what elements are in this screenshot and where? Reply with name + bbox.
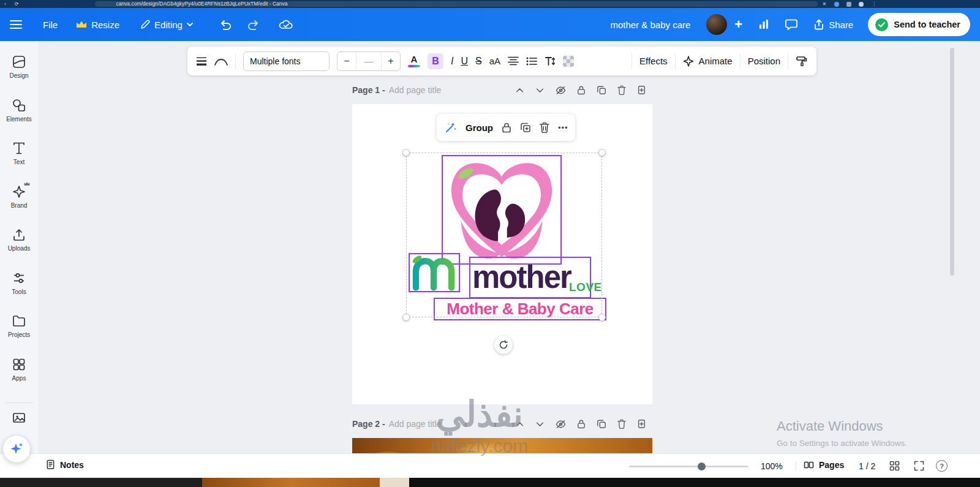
- resize-handle-top-left[interactable]: [402, 149, 410, 156]
- resize-handle-bottom-right[interactable]: [598, 314, 606, 321]
- bullet-list-icon[interactable]: [526, 57, 537, 66]
- avatar[interactable]: [706, 14, 727, 35]
- redo-button[interactable]: [247, 19, 260, 30]
- page1-delete-icon[interactable]: [617, 85, 626, 95]
- browser-bookmark-icon[interactable]: [846, 2, 851, 7]
- text-align-icon[interactable]: [508, 56, 519, 66]
- copy-style-button[interactable]: [796, 56, 808, 67]
- animate-button[interactable]: Animate: [683, 56, 733, 67]
- strikethrough-button[interactable]: S: [475, 56, 482, 67]
- page2-hide-icon[interactable]: [556, 420, 566, 429]
- page2-header: Page 2 - Add page title: [352, 417, 646, 431]
- editing-mode-dropdown[interactable]: Editing: [140, 20, 193, 30]
- comments-button[interactable]: [785, 19, 797, 30]
- sidebar-item-apps[interactable]: Apps: [0, 357, 38, 382]
- underline-button[interactable]: U: [461, 56, 468, 67]
- page2-title-input[interactable]: Add page title: [389, 419, 442, 429]
- sidebar-item-photos[interactable]: [0, 410, 38, 425]
- vertical-text-icon[interactable]: [545, 56, 556, 66]
- resize-handle-bottom-left[interactable]: [402, 314, 410, 321]
- more-options-button[interactable]: •••: [558, 123, 568, 132]
- browser-profile-avatar[interactable]: [859, 2, 864, 7]
- page1-move-up-icon[interactable]: [515, 86, 524, 95]
- magic-assistant-button[interactable]: [3, 436, 30, 462]
- position-button[interactable]: Position: [748, 56, 780, 66]
- canvas-scrollbar[interactable]: [950, 48, 954, 276]
- help-button[interactable]: ?: [936, 460, 948, 472]
- logo-love-text[interactable]: LOVE: [569, 281, 602, 294]
- italic-button[interactable]: I: [451, 56, 453, 67]
- line-curve-icon[interactable]: [214, 56, 228, 66]
- browser-refresh-icon[interactable]: ⟳: [15, 0, 19, 8]
- font-size-increase-button[interactable]: +: [382, 52, 400, 70]
- logo-heart-image[interactable]: [442, 155, 562, 265]
- pages-button[interactable]: Pages: [804, 460, 844, 470]
- app-header: File Resize Editing mother & baby care +: [0, 8, 980, 41]
- browser-close-tab-icon[interactable]: ✕: [822, 0, 826, 8]
- tools-icon: [12, 271, 26, 285]
- page2-duplicate-icon[interactable]: [597, 419, 606, 429]
- sidebar-item-uploads[interactable]: Uploads: [0, 227, 38, 252]
- group-button[interactable]: Group: [466, 123, 493, 133]
- resize-handle-top-right[interactable]: [598, 149, 606, 156]
- logo-tagline-text[interactable]: Mother & Baby Care: [434, 298, 606, 320]
- sidebar-item-elements[interactable]: Elements: [0, 98, 38, 123]
- page1-hide-icon[interactable]: [556, 86, 566, 95]
- stroke-weight-icon[interactable]: [196, 56, 207, 66]
- magic-edit-button[interactable]: [445, 121, 457, 134]
- font-size-decrease-button[interactable]: −: [337, 52, 356, 70]
- page2-move-down-icon[interactable]: [535, 420, 545, 429]
- zoom-slider-handle[interactable]: [698, 462, 706, 470]
- zoom-slider[interactable]: [629, 466, 748, 467]
- page1-title-input[interactable]: Add page title: [389, 85, 442, 95]
- grid-view-button[interactable]: [889, 461, 900, 471]
- text-color-button[interactable]: A: [408, 55, 420, 67]
- file-menu[interactable]: File: [43, 20, 58, 30]
- sidebar-item-projects[interactable]: Projects: [0, 314, 38, 338]
- undo-button[interactable]: [219, 19, 232, 30]
- page2-move-up-icon[interactable]: [515, 420, 524, 429]
- font-family-dropdown[interactable]: Multiple fonts: [243, 51, 330, 71]
- share-button[interactable]: Share: [813, 19, 853, 30]
- bold-button[interactable]: B: [428, 53, 443, 69]
- notes-button[interactable]: Notes: [46, 459, 84, 470]
- page1-lock-icon[interactable]: [577, 85, 586, 95]
- document-title[interactable]: mother & baby care: [610, 20, 690, 30]
- sidebar-item-design[interactable]: Design: [0, 55, 38, 79]
- resize-button[interactable]: Resize: [76, 20, 119, 30]
- page2-add-page-icon[interactable]: [637, 419, 646, 429]
- page1-label: Page 1 -: [352, 85, 385, 95]
- font-size-value[interactable]: —: [356, 52, 382, 70]
- sidebar-item-text[interactable]: Text: [0, 141, 38, 165]
- address-bar[interactable]: canva.com/design/DAGb4gkyPy4/u0E4RFNs1zB…: [95, 1, 818, 7]
- transparency-button[interactable]: [563, 56, 574, 67]
- browser-back-icon[interactable]: ‹: [4, 0, 6, 8]
- add-member-button[interactable]: +: [734, 17, 742, 32]
- zoom-level[interactable]: 100%: [761, 461, 783, 471]
- duplicate-button[interactable]: [520, 122, 531, 133]
- fullscreen-button[interactable]: [914, 461, 924, 471]
- save-status-button[interactable]: [279, 19, 293, 30]
- lock-button[interactable]: [502, 122, 511, 133]
- page1-add-page-icon[interactable]: [637, 85, 646, 95]
- page2-lock-icon[interactable]: [577, 419, 586, 429]
- browser-extension-icon[interactable]: [834, 2, 839, 7]
- main-menu-button[interactable]: [10, 20, 22, 29]
- crown-badge-icon: [24, 181, 30, 186]
- send-to-teacher-button[interactable]: Send to teacher: [868, 13, 970, 36]
- page1-move-down-icon[interactable]: [535, 86, 545, 95]
- delete-button[interactable]: [540, 122, 549, 133]
- logo-m-mark[interactable]: [409, 253, 460, 292]
- selection-context-toolbar: Group •••: [437, 114, 575, 141]
- rotate-handle[interactable]: [494, 336, 513, 354]
- page2-delete-icon[interactable]: [617, 419, 626, 429]
- insights-button[interactable]: [758, 19, 769, 30]
- taskbar-segment: [0, 478, 202, 487]
- sidebar-item-tools[interactable]: Tools: [0, 271, 38, 295]
- text-case-button[interactable]: aA: [489, 56, 500, 66]
- browser-menu-icon[interactable]: ⋮: [872, 0, 876, 8]
- sidebar-item-brand[interactable]: Brand: [0, 184, 38, 209]
- lock-icon: [502, 122, 511, 133]
- page1-duplicate-icon[interactable]: [597, 85, 606, 95]
- effects-button[interactable]: Effects: [639, 56, 668, 66]
